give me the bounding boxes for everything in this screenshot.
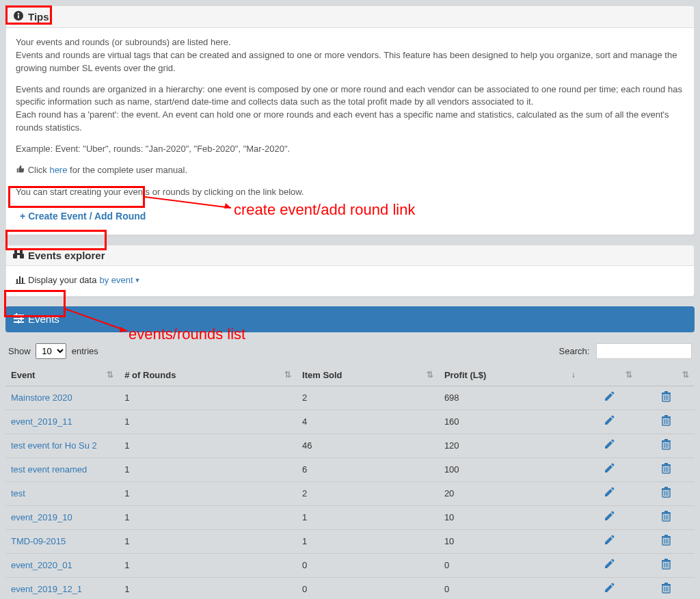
cell-profit: 0 — [439, 553, 581, 577]
svg-rect-9 — [19, 276, 21, 283]
col-edit[interactable]: ⇅ — [581, 364, 638, 386]
edit-button[interactable] — [603, 535, 615, 548]
sort-icon: ⇅ — [625, 370, 632, 380]
delete-button[interactable] — [660, 391, 672, 405]
display-data-label: Display your data — [28, 274, 96, 287]
trash-icon — [661, 488, 671, 500]
events-explorer-header: Events explorer — [6, 245, 694, 266]
cell-item-sold: 1 — [297, 529, 439, 553]
delete-button[interactable] — [660, 535, 672, 548]
pencil-icon — [604, 584, 615, 596]
svg-rect-5 — [14, 250, 17, 254]
cell-item-sold: 1 — [297, 505, 439, 529]
event-link[interactable]: test — [11, 488, 25, 498]
pencil-icon — [604, 488, 615, 500]
tips-line-3: Events and rounds are organized in a hie… — [16, 84, 682, 107]
table-row: test1220 — [5, 481, 695, 505]
tips-line-4: Each round has a 'parent': the event. An… — [16, 109, 669, 133]
event-link[interactable]: event_2020_01 — [11, 560, 72, 570]
event-link[interactable]: test event renamed — [11, 464, 87, 475]
col-delete[interactable]: ⇅ — [638, 364, 695, 386]
cell-profit: 120 — [439, 434, 581, 457]
search-input[interactable] — [596, 343, 692, 359]
svg-rect-6 — [20, 250, 23, 254]
events-explorer-panel: Events explorer Display your data by eve… — [5, 245, 695, 297]
events-explorer-body: Display your data by event ▼ — [6, 266, 694, 296]
sliders-icon — [14, 313, 24, 325]
edit-button[interactable] — [603, 559, 615, 572]
svg-rect-67 — [662, 584, 671, 585]
svg-rect-15 — [16, 313, 17, 317]
trash-icon — [661, 560, 671, 572]
binoculars-icon — [13, 250, 24, 261]
tips-panel-header: Tips — [6, 6, 694, 28]
cell-profit: 100 — [439, 457, 581, 481]
edit-button[interactable] — [603, 583, 615, 596]
delete-button[interactable] — [660, 559, 672, 572]
svg-rect-37 — [662, 464, 671, 466]
edit-button[interactable] — [603, 487, 615, 501]
edit-button[interactable] — [603, 511, 615, 524]
delete-button[interactable] — [660, 511, 672, 524]
svg-rect-55 — [662, 536, 671, 537]
trash-icon — [661, 536, 671, 548]
svg-rect-17 — [18, 320, 19, 323]
cell-rounds: 1 — [119, 410, 297, 434]
edit-button[interactable] — [603, 439, 615, 453]
delete-button[interactable] — [660, 415, 672, 429]
col-item-sold[interactable]: Item Sold ⇅ — [297, 364, 439, 386]
edit-button[interactable] — [603, 391, 615, 405]
col-rounds[interactable]: # of Rounds ⇅ — [119, 364, 297, 386]
event-link[interactable]: TMD-09-2015 — [11, 536, 66, 546]
table-row: event_2020_01100 — [5, 553, 695, 577]
trash-icon — [661, 416, 671, 428]
events-explorer-title: Events explorer — [28, 250, 105, 261]
svg-rect-32 — [664, 439, 668, 440]
col-event[interactable]: Event ⇅ — [5, 364, 119, 386]
pencil-icon — [604, 536, 615, 548]
cell-rounds: 1 — [119, 481, 297, 505]
svg-rect-12 — [14, 315, 24, 316]
event-link[interactable]: Mainstore 2020 — [11, 392, 72, 403]
delete-button[interactable] — [660, 439, 672, 453]
cell-rounds: 1 — [119, 553, 297, 577]
cell-item-sold: 4 — [297, 410, 439, 434]
cell-profit: 20 — [439, 481, 581, 505]
svg-rect-61 — [662, 560, 671, 561]
cell-item-sold: 2 — [297, 386, 439, 410]
event-link[interactable]: test event for Ho Su 2 — [11, 440, 97, 451]
svg-rect-38 — [664, 463, 668, 464]
events-table: Event ⇅ # of Rounds ⇅ Item Sold ⇅ Profit… — [5, 364, 695, 599]
manual-link[interactable]: here — [49, 165, 67, 175]
edit-button[interactable] — [603, 463, 615, 477]
tips-line-6: You can start creating your events or ro… — [16, 186, 684, 199]
event-link[interactable]: event_2019_12_1 — [11, 584, 82, 594]
col-profit[interactable]: Profit (L$) ↓ — [439, 364, 581, 386]
delete-button[interactable] — [660, 583, 672, 596]
trash-icon — [661, 512, 671, 524]
trash-icon — [661, 392, 671, 404]
bar-chart-icon — [16, 274, 25, 288]
edit-button[interactable] — [603, 415, 615, 429]
plus-icon: + — [20, 209, 25, 223]
svg-rect-13 — [14, 318, 24, 319]
table-row: event_2019_12_1100 — [5, 577, 695, 599]
page-size-select[interactable]: 10 — [36, 343, 66, 359]
event-link[interactable]: event_2019_11 — [11, 416, 72, 427]
svg-rect-7 — [17, 253, 20, 255]
pencil-icon — [604, 440, 615, 452]
display-by-event-toggle[interactable]: by event ▼ — [99, 274, 140, 287]
create-event-link[interactable]: + Create Event / Add Round — [16, 207, 150, 226]
thumbs-up-icon — [16, 164, 25, 178]
cell-item-sold: 6 — [297, 457, 439, 481]
sort-icon: ⇅ — [682, 370, 689, 380]
cell-profit: 10 — [439, 505, 581, 529]
delete-button[interactable] — [660, 463, 672, 477]
event-link[interactable]: event_2019_10 — [11, 512, 72, 522]
svg-rect-68 — [664, 583, 668, 584]
svg-rect-26 — [664, 415, 668, 416]
delete-button[interactable] — [660, 487, 672, 501]
cell-profit: 10 — [439, 529, 581, 553]
svg-rect-4 — [20, 254, 24, 258]
cell-item-sold: 0 — [297, 577, 439, 599]
